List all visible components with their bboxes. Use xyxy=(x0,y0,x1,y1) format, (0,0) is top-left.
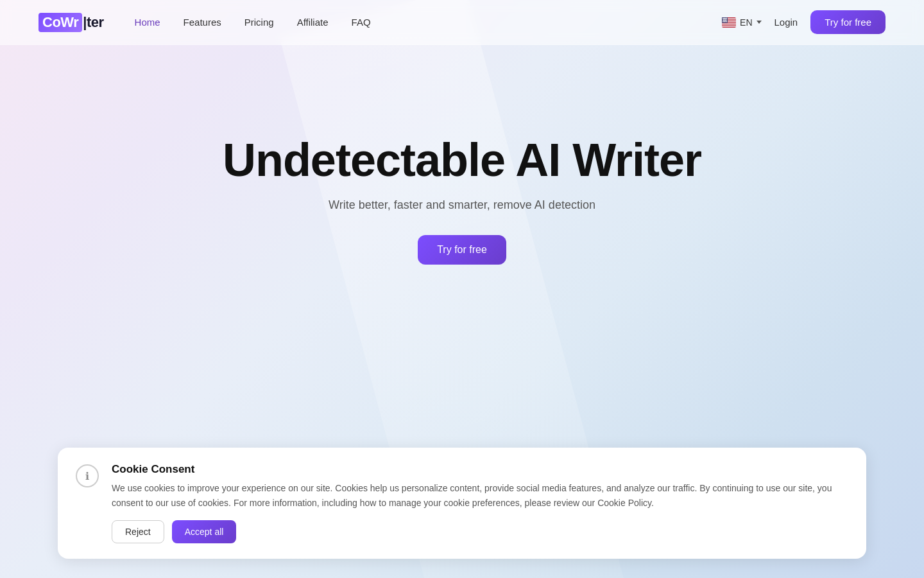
nav-link-features[interactable]: Features xyxy=(184,17,221,28)
svg-point-14 xyxy=(724,19,724,19)
svg-point-13 xyxy=(723,19,724,19)
info-icon: ℹ xyxy=(85,470,89,482)
chevron-down-icon xyxy=(757,21,762,24)
svg-point-21 xyxy=(726,19,727,20)
cookie-content: Cookie Consent We use cookies to improve… xyxy=(112,463,848,543)
nav-link-home[interactable]: Home xyxy=(135,17,160,28)
lang-label: EN xyxy=(740,17,752,28)
hero-section: Undetectable AI Writer Write better, fas… xyxy=(0,45,924,265)
svg-rect-4 xyxy=(722,22,736,23)
nav-item-pricing[interactable]: Pricing xyxy=(244,17,274,28)
hero-title: Undetectable AI Writer xyxy=(223,135,701,186)
svg-point-16 xyxy=(726,19,726,19)
svg-point-22 xyxy=(723,20,724,21)
navbar-left: CoWr|ter Home Features Pricing Affiliate… xyxy=(38,13,371,32)
svg-point-17 xyxy=(723,19,723,20)
nav-link-faq[interactable]: FAQ xyxy=(352,17,371,28)
svg-point-11 xyxy=(725,17,726,18)
nav-item-home[interactable]: Home xyxy=(135,17,160,28)
nav-item-faq[interactable]: FAQ xyxy=(352,17,371,28)
cookie-banner: ℹ Cookie Consent We use cookies to impro… xyxy=(58,448,866,559)
svg-point-27 xyxy=(723,21,724,22)
svg-point-25 xyxy=(726,20,726,21)
language-selector[interactable]: EN xyxy=(722,17,761,28)
login-button[interactable]: Login xyxy=(774,17,798,28)
svg-rect-6 xyxy=(722,26,736,26)
svg-point-30 xyxy=(726,21,727,22)
svg-point-24 xyxy=(725,20,726,21)
svg-point-29 xyxy=(725,21,726,22)
try-for-free-button-hero[interactable]: Try for free xyxy=(418,235,506,265)
hero-subtitle: Write better, faster and smarter, remove… xyxy=(329,198,595,212)
svg-point-23 xyxy=(724,20,724,21)
cookie-icon: ℹ xyxy=(76,464,99,487)
logo-suffix: ter xyxy=(87,14,104,31)
svg-point-10 xyxy=(724,17,725,18)
accept-all-button[interactable]: Accept all xyxy=(172,520,237,543)
svg-point-19 xyxy=(724,19,725,20)
cookie-title: Cookie Consent xyxy=(112,463,848,476)
nav-item-affiliate[interactable]: Affiliate xyxy=(297,17,329,28)
navbar-right: EN Login Try for free xyxy=(722,10,886,34)
svg-point-9 xyxy=(723,17,724,18)
nav-item-features[interactable]: Features xyxy=(184,17,221,28)
logo-highlight: CoWr xyxy=(38,13,82,32)
try-for-free-button-nav[interactable]: Try for free xyxy=(810,10,886,34)
svg-rect-5 xyxy=(722,24,736,25)
svg-point-18 xyxy=(723,19,724,20)
cookie-actions: Reject Accept all xyxy=(112,520,848,543)
svg-point-26 xyxy=(723,21,723,22)
svg-point-20 xyxy=(725,19,726,20)
svg-point-28 xyxy=(724,21,725,22)
cookie-body: We use cookies to improve your experienc… xyxy=(112,481,848,510)
nav-link-pricing[interactable]: Pricing xyxy=(244,17,274,28)
svg-point-15 xyxy=(725,19,726,19)
reject-button[interactable]: Reject xyxy=(112,520,164,543)
svg-point-12 xyxy=(726,17,727,18)
nav-links: Home Features Pricing Affiliate FAQ xyxy=(135,17,371,28)
navbar: CoWr|ter Home Features Pricing Affiliate… xyxy=(0,0,924,45)
logo[interactable]: CoWr|ter xyxy=(38,13,104,32)
nav-link-affiliate[interactable]: Affiliate xyxy=(297,17,329,28)
flag-icon xyxy=(722,17,736,28)
svg-point-8 xyxy=(723,17,723,18)
